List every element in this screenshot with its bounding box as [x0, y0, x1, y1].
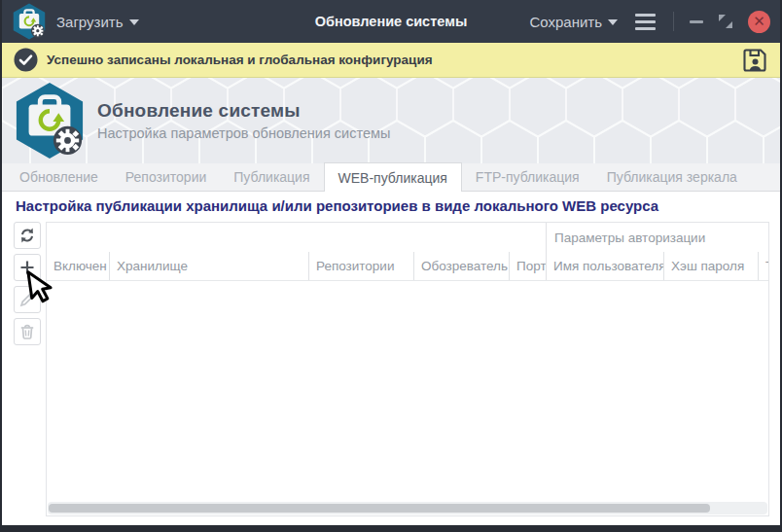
tab-mirror-publication[interactable]: Публикация зеркала — [593, 163, 751, 191]
page-subtitle: Настройка параметров обновления системы — [97, 125, 390, 141]
delete-button[interactable] — [14, 318, 41, 345]
column-header-partial[interactable]: Т — [758, 252, 768, 280]
page-title: Обновление системы — [97, 100, 390, 122]
notification-bar: Успешно записаны локальная и глобальная … — [2, 43, 780, 78]
delete-icon — [18, 323, 36, 340]
scrollbar-thumb[interactable] — [49, 504, 710, 513]
app-logo-icon — [12, 3, 47, 40]
main-content: Настройка публикации хранилища и/или реп… — [2, 192, 780, 525]
refresh-icon — [18, 227, 36, 244]
section-title: Настройка публикации хранилища и/или реп… — [2, 192, 780, 214]
minimize-button[interactable] — [690, 20, 703, 23]
column-header-browser[interactable]: Обозреватель — [413, 252, 509, 280]
tab-repositories[interactable]: Репозитории — [112, 163, 220, 191]
publications-table: Параметры авторизации Включен Хранилище … — [46, 222, 769, 516]
auth-params-group-header: Параметры авторизации — [546, 223, 768, 252]
load-menu-button[interactable]: Загрузить — [56, 14, 139, 30]
column-header-storage[interactable]: Хранилище — [109, 252, 308, 280]
page-header: Обновление системы Настройка параметров … — [2, 78, 780, 163]
table-body-empty — [47, 281, 768, 502]
save-menu-button[interactable]: Сохранить — [529, 14, 618, 30]
add-icon — [18, 259, 36, 276]
save-menu-label: Сохранить — [529, 14, 602, 30]
restore-button[interactable] — [719, 15, 732, 28]
horizontal-scrollbar[interactable] — [48, 502, 767, 514]
column-header-repositories[interactable]: Репозитории — [308, 252, 413, 280]
table-group-header-row: Параметры авторизации — [47, 223, 768, 252]
add-button[interactable] — [14, 254, 41, 281]
chevron-down-icon — [608, 19, 618, 25]
tab-bar: Обновление Репозитории Публикация WEB-пу… — [2, 163, 780, 192]
column-header-port[interactable]: Порт — [509, 252, 546, 280]
table-header-row: Включен Хранилище Репозитории Обозревате… — [47, 252, 768, 281]
notification-message: Успешно записаны локальная и глобальная … — [47, 53, 433, 67]
edit-icon — [18, 291, 36, 308]
titlebar-divider — [673, 12, 674, 31]
titlebar: Загрузить Обновление системы Сохранить ✕ — [2, 0, 780, 43]
tab-ftp-publication[interactable]: FTP-публикация — [462, 163, 593, 191]
close-button[interactable]: ✕ — [748, 11, 770, 33]
load-menu-label: Загрузить — [56, 14, 124, 30]
hamburger-menu-icon[interactable] — [633, 12, 658, 32]
column-header-password-hash[interactable]: Хэш пароля — [663, 252, 758, 280]
save-config-icon[interactable] — [741, 47, 768, 74]
refresh-button[interactable] — [14, 222, 41, 249]
tab-update[interactable]: Обновление — [6, 163, 112, 191]
column-header-enabled[interactable]: Включен — [47, 252, 109, 280]
chevron-down-icon — [129, 19, 139, 25]
toolbar — [14, 222, 41, 345]
column-header-username[interactable]: Имя пользователя — [546, 252, 663, 280]
tab-web-publication[interactable]: WEB-публикация — [324, 162, 462, 192]
app-window: Загрузить Обновление системы Сохранить ✕… — [0, 0, 782, 532]
success-check-icon — [14, 48, 38, 72]
edit-button[interactable] — [14, 286, 41, 313]
app-hero-icon — [14, 82, 86, 160]
tab-publication[interactable]: Публикация — [220, 163, 323, 191]
